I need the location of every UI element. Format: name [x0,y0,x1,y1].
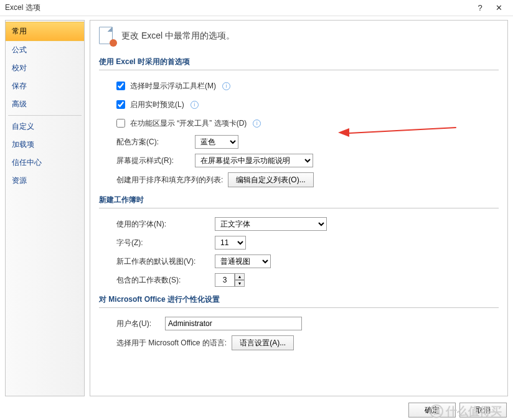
view-label: 新工作表的默认视图(V): [116,256,210,267]
sidebar-item-general[interactable]: 常用 [6,22,84,41]
screentip-label: 屏幕提示样式(R): [116,156,190,166]
watermark: 值 什么值得买 [430,404,502,419]
sidebar-separator [8,115,82,116]
cb-developer-tab-label: 在功能区显示 “开发工具” 选项卡(D) [130,118,247,129]
sidebar: 常用 公式 校对 保存 高级 自定义 加载项 信任中心 资源 [5,20,85,396]
cb-live-preview[interactable] [116,100,125,109]
color-scheme-select[interactable]: 蓝色 [195,135,238,149]
header-text: 更改 Excel 中最常用的选项。 [121,30,235,42]
main-panel: 更改 Excel 中最常用的选项。 使用 Excel 时采用的首选项 选择时显示… [90,20,508,396]
info-icon[interactable]: i [222,82,230,90]
screentip-select[interactable]: 在屏幕提示中显示功能说明 [195,154,313,167]
sidebar-item-advanced[interactable]: 高级 [6,95,84,113]
titlebar: Excel 选项 ? ✕ [0,0,513,16]
size-select[interactable]: 11 [215,236,246,250]
sidebar-item-save[interactable]: 保存 [6,77,84,95]
sidebar-item-customize[interactable]: 自定义 [6,118,84,136]
username-label: 用户名(U): [116,319,160,329]
language-settings-button[interactable]: 语言设置(A)... [232,335,294,350]
sortlist-label: 创建用于排序和填充序列的列表: [116,175,223,185]
font-label: 使用的字体(N): [116,219,210,230]
color-scheme-label: 配色方案(C): [116,137,190,147]
language-label: 选择用于 Microsoft Office 的语言: [116,338,227,348]
sidebar-item-resources[interactable]: 资源 [6,172,84,190]
sheetcount-down[interactable]: ▼ [235,280,245,287]
section-title-prefs: 使用 Excel 时采用的首选项 [99,57,499,70]
sidebar-item-addins[interactable]: 加载项 [6,136,84,154]
help-button[interactable]: ? [471,3,489,12]
edit-custom-lists-button[interactable]: 编辑自定义列表(O)... [228,172,313,187]
sheetcount-input[interactable] [215,273,235,287]
size-label: 字号(Z): [116,238,210,248]
info-icon[interactable]: i [191,101,199,109]
cb-mini-toolbar[interactable] [116,82,125,90]
sidebar-item-trust[interactable]: 信任中心 [6,154,84,172]
window-title: Excel 选项 [5,2,471,13]
cb-mini-toolbar-label: 选择时显示浮动工具栏(M) [130,81,216,91]
sidebar-item-proofing[interactable]: 校对 [6,59,84,77]
font-select[interactable]: 正文字体 [215,217,327,231]
view-select[interactable]: 普通视图 [215,254,271,268]
section-title-newwb: 新建工作簿时 [99,195,499,208]
cb-developer-tab[interactable] [116,119,125,128]
close-button[interactable]: ✕ [489,3,508,12]
username-input[interactable] [165,317,302,330]
options-icon [99,27,115,45]
cb-live-preview-label: 启用实时预览(L) [130,100,184,110]
sheetcount-label: 包含的工作表数(S): [116,275,210,286]
sidebar-item-formulas[interactable]: 公式 [6,41,84,59]
sheetcount-up[interactable]: ▲ [235,273,245,280]
section-title-personalize: 对 Microsoft Office 进行个性化设置 [99,294,499,308]
info-icon[interactable]: i [253,119,261,128]
